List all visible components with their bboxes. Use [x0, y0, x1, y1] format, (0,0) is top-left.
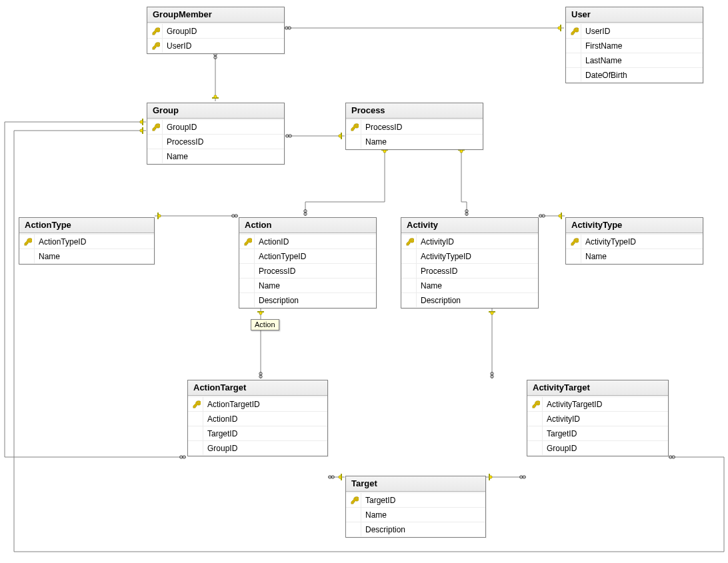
key-col-empty: [191, 426, 203, 440]
entity-target[interactable]: Target TargetIDNameDescription: [345, 476, 486, 538]
field-name: TargetID: [365, 496, 481, 505]
key-col-empty: [530, 441, 543, 455]
entity-title: Process: [346, 103, 483, 119]
key-col-empty: [242, 279, 255, 292]
entity-groupmember[interactable]: GroupMember GroupIDUserID: [147, 7, 285, 54]
field-row[interactable]: ActivityTypeID: [566, 234, 703, 249]
field-row[interactable]: Description: [401, 292, 538, 307]
key-col-empty: [150, 149, 163, 163]
entity-actiontype[interactable]: ActionType ActionTypeIDName: [19, 217, 155, 265]
field-row[interactable]: ProcessID: [346, 119, 483, 134]
field-row[interactable]: FirstName: [566, 38, 703, 53]
field-name: GroupID: [167, 123, 280, 132]
field-name: Name: [365, 510, 481, 520]
field-name: ActivityID: [421, 237, 534, 247]
field-row[interactable]: Name: [19, 249, 154, 263]
field-row[interactable]: GroupID: [147, 119, 284, 134]
entity-action[interactable]: Action ActionIDActionTypeIDProcessIDName…: [239, 217, 377, 308]
primary-key-icon: [349, 120, 361, 134]
field-row[interactable]: TargetID: [188, 426, 327, 440]
primary-key-icon: [530, 397, 543, 411]
entity-actiontarget[interactable]: ActionTarget ActionTargetIDActionIDTarge…: [187, 380, 328, 456]
entity-title: Group: [147, 103, 284, 119]
key-col-empty: [191, 412, 203, 426]
entity-title: User: [566, 7, 703, 23]
field-row[interactable]: Name: [147, 149, 284, 163]
key-col-empty: [191, 441, 203, 455]
field-row[interactable]: ActivityTypeID: [401, 249, 538, 263]
entity-fields: UserIDFirstNameLastNameDateOfBirth: [566, 23, 703, 83]
entity-activitytarget[interactable]: ActivityTarget ActivityTargetIDActivityI…: [527, 380, 669, 456]
field-name: ActivityTypeID: [585, 237, 699, 247]
entity-group[interactable]: Group GroupIDProcessIDName: [147, 103, 285, 165]
entity-title: GroupMember: [147, 7, 284, 23]
field-row[interactable]: ActivityID: [401, 234, 538, 249]
field-row[interactable]: ProcessID: [239, 263, 376, 278]
primary-key-icon: [349, 493, 361, 507]
entity-title: Target: [346, 476, 485, 492]
primary-key-icon: [404, 235, 417, 249]
field-name: GroupID: [167, 27, 280, 36]
field-row[interactable]: DateOfBirth: [566, 67, 703, 82]
entity-activitytype[interactable]: ActivityType ActivityTypeIDName: [565, 217, 703, 265]
field-name: Name: [421, 281, 534, 290]
field-name: ActionID: [207, 414, 323, 424]
key-col-empty: [349, 508, 361, 522]
primary-key-icon: [150, 24, 163, 38]
field-row[interactable]: Description: [239, 292, 376, 307]
field-row[interactable]: ActionTypeID: [19, 234, 154, 249]
primary-key-icon: [22, 235, 35, 249]
field-name: Description: [421, 296, 534, 305]
field-row[interactable]: LastName: [566, 53, 703, 67]
entity-activity[interactable]: Activity ActivityIDActivityTypeIDProcess…: [401, 217, 539, 308]
entity-fields: GroupIDUserID: [147, 23, 284, 53]
field-name: Description: [365, 525, 481, 534]
field-row[interactable]: ProcessID: [401, 263, 538, 278]
entity-fields: ActionTargetIDActionIDTargetIDGroupID: [188, 396, 327, 456]
field-row[interactable]: UserID: [147, 38, 284, 53]
field-row[interactable]: UserID: [566, 23, 703, 38]
field-row[interactable]: Name: [566, 249, 703, 263]
field-name: Name: [585, 252, 699, 261]
tooltip: Action: [251, 319, 279, 330]
field-name: GroupID: [207, 444, 323, 453]
key-col-empty: [349, 135, 361, 149]
entity-title: ActivityType: [566, 218, 703, 233]
primary-key-icon: [191, 397, 203, 411]
field-row[interactable]: GroupID: [188, 440, 327, 455]
field-row[interactable]: Name: [239, 278, 376, 292]
field-row[interactable]: ActionID: [239, 234, 376, 249]
field-row[interactable]: ActivityID: [527, 411, 668, 426]
field-row[interactable]: ActionTypeID: [239, 249, 376, 263]
primary-key-icon: [242, 235, 255, 249]
field-name: TargetID: [547, 429, 664, 438]
primary-key-icon: [569, 24, 581, 38]
key-col-empty: [404, 293, 417, 307]
field-row[interactable]: ActionTargetID: [188, 396, 327, 411]
field-row[interactable]: GroupID: [527, 440, 668, 455]
field-row[interactable]: TargetID: [346, 492, 485, 507]
field-name: UserID: [585, 27, 699, 36]
field-row[interactable]: GroupID: [147, 23, 284, 38]
field-row[interactable]: Name: [346, 134, 483, 149]
key-col-empty: [530, 412, 543, 426]
field-row[interactable]: TargetID: [527, 426, 668, 440]
field-name: TargetID: [207, 429, 323, 438]
key-col-empty: [404, 249, 417, 263]
entity-title: ActivityTarget: [527, 380, 668, 396]
field-row[interactable]: ActivityTargetID: [527, 396, 668, 411]
field-row[interactable]: Name: [346, 507, 485, 522]
key-col-empty: [22, 249, 35, 263]
key-col-empty: [242, 264, 255, 278]
field-row[interactable]: ProcessID: [147, 134, 284, 149]
entity-fields: ActionIDActionTypeIDProcessIDNameDescrip…: [239, 233, 376, 308]
field-row[interactable]: ActionID: [188, 411, 327, 426]
field-row[interactable]: Description: [346, 522, 485, 536]
field-name: ProcessID: [167, 137, 280, 147]
field-name: ActionTypeID: [259, 252, 372, 261]
field-row[interactable]: Name: [401, 278, 538, 292]
key-col-empty: [242, 293, 255, 307]
key-col-empty: [349, 522, 361, 536]
entity-user[interactable]: User UserIDFirstNameLastNameDateOfBirth: [565, 7, 703, 83]
entity-process[interactable]: Process ProcessIDName: [345, 103, 483, 150]
